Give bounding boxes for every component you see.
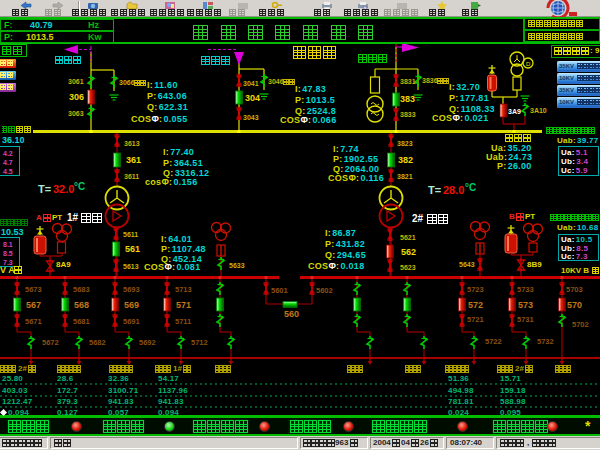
svg-text:D: D [526,61,531,67]
